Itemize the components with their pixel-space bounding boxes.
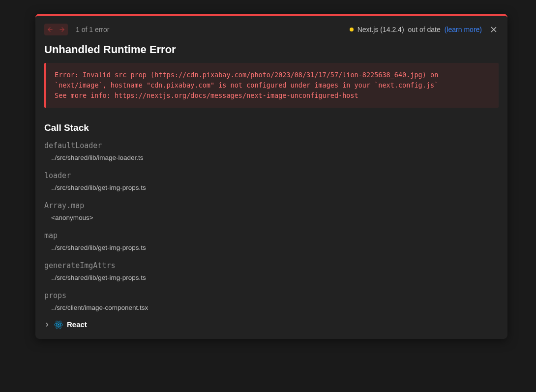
learn-more-link[interactable]: (learn more) (445, 26, 482, 33)
framework-version: Next.js (14.2.4) (357, 26, 404, 33)
stack-frame: defaultLoader ../src/shared/lib/image-lo… (44, 138, 499, 168)
stack-frame: generateImgAttrs ../src/shared/lib/get-i… (44, 258, 499, 288)
close-icon (489, 25, 498, 34)
version-status: Next.js (14.2.4) out of date (learn more… (350, 26, 482, 33)
frame-function: map (44, 231, 499, 240)
out-of-date-label: out of date (408, 26, 441, 33)
overlay-header: 1 of 1 error Next.js (14.2.4) out of dat… (35, 16, 507, 40)
frame-function: props (44, 291, 499, 300)
svg-point-4 (58, 324, 59, 325)
error-overlay: 1 of 1 error Next.js (14.2.4) out of dat… (35, 14, 507, 339)
chevron-right-icon (44, 322, 50, 328)
status-dot-icon (350, 28, 354, 31)
error-title: Unhandled Runtime Error (35, 40, 507, 63)
frame-location: ../src/shared/lib/get-img-props.ts (51, 244, 499, 251)
close-button[interactable] (489, 25, 499, 34)
error-counter: 1 of 1 error (76, 26, 109, 33)
collapsed-frames-label: React (67, 320, 87, 329)
arrow-right-icon (59, 26, 65, 33)
frame-location: ../src/shared/lib/get-img-props.ts (51, 184, 499, 191)
error-message: Error: Invalid src prop (https://cdn.pix… (44, 63, 499, 108)
frame-location: <anonymous> (51, 214, 499, 221)
error-nav (44, 24, 68, 35)
frame-function: loader (44, 171, 499, 180)
prev-error-button[interactable] (44, 24, 56, 35)
call-stack-title: Call Stack (35, 108, 507, 138)
stack-frame: map ../src/shared/lib/get-img-props.ts (44, 228, 499, 258)
frame-location: ../src/shared/lib/image-loader.ts (51, 154, 499, 161)
frame-location: ../src/client/image-component.tsx (51, 304, 499, 311)
stack-frame: props ../src/client/image-component.tsx (44, 288, 499, 318)
stack-frame: loader ../src/shared/lib/get-img-props.t… (44, 168, 499, 198)
frame-location: ../src/shared/lib/get-img-props.ts (51, 274, 499, 281)
frame-function: defaultLoader (44, 141, 499, 150)
stack-frame: Array.map <anonymous> (44, 198, 499, 228)
call-stack: defaultLoader ../src/shared/lib/image-lo… (35, 138, 507, 318)
frame-function: generateImgAttrs (44, 261, 499, 270)
react-icon (54, 320, 63, 329)
frame-function: Array.map (44, 201, 499, 210)
collapsed-frames-toggle[interactable]: React (35, 318, 507, 329)
arrow-left-icon (47, 26, 54, 33)
next-error-button[interactable] (56, 24, 68, 35)
